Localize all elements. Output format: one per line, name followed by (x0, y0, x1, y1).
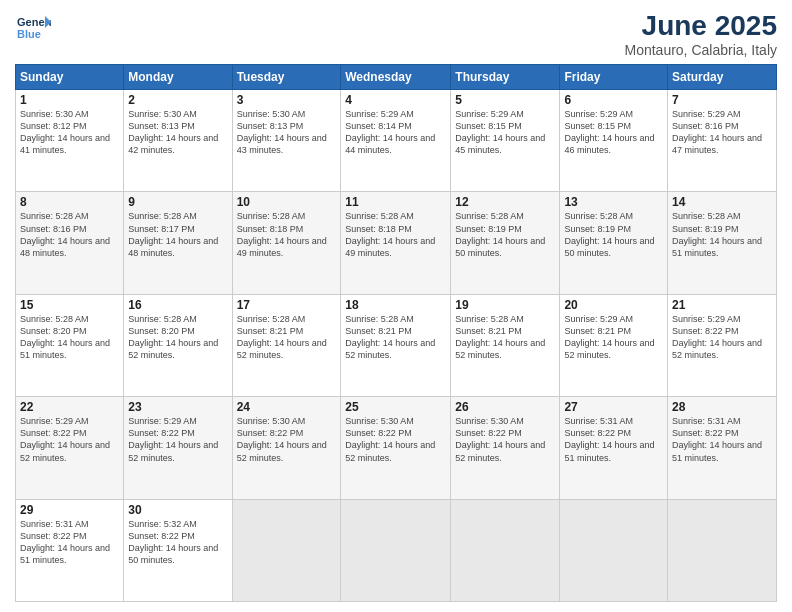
th-tuesday: Tuesday (232, 65, 341, 90)
day-info: Sunrise: 5:29 AMSunset: 8:15 PMDaylight:… (455, 109, 545, 155)
day-info: Sunrise: 5:28 AMSunset: 8:19 PMDaylight:… (672, 211, 762, 257)
day-number: 25 (345, 400, 446, 414)
th-saturday: Saturday (668, 65, 777, 90)
table-row: 22 Sunrise: 5:29 AMSunset: 8:22 PMDaylig… (16, 397, 124, 499)
day-number: 8 (20, 195, 119, 209)
day-info: Sunrise: 5:28 AMSunset: 8:21 PMDaylight:… (237, 314, 327, 360)
day-number: 17 (237, 298, 337, 312)
table-row: 25 Sunrise: 5:30 AMSunset: 8:22 PMDaylig… (341, 397, 451, 499)
day-info: Sunrise: 5:30 AMSunset: 8:22 PMDaylight:… (455, 416, 545, 462)
day-number: 18 (345, 298, 446, 312)
day-info: Sunrise: 5:29 AMSunset: 8:22 PMDaylight:… (128, 416, 218, 462)
table-row: 14 Sunrise: 5:28 AMSunset: 8:19 PMDaylig… (668, 192, 777, 294)
table-row: 29 Sunrise: 5:31 AMSunset: 8:22 PMDaylig… (16, 499, 124, 601)
day-info: Sunrise: 5:28 AMSunset: 8:20 PMDaylight:… (20, 314, 110, 360)
day-number: 30 (128, 503, 227, 517)
empty-cell (232, 499, 341, 601)
day-number: 14 (672, 195, 772, 209)
empty-cell (668, 499, 777, 601)
day-number: 22 (20, 400, 119, 414)
table-row: 4 Sunrise: 5:29 AMSunset: 8:14 PMDayligh… (341, 90, 451, 192)
day-number: 1 (20, 93, 119, 107)
table-row: 19 Sunrise: 5:28 AMSunset: 8:21 PMDaylig… (451, 294, 560, 396)
table-row: 15 Sunrise: 5:28 AMSunset: 8:20 PMDaylig… (16, 294, 124, 396)
table-row: 1 Sunrise: 5:30 AMSunset: 8:12 PMDayligh… (16, 90, 124, 192)
day-number: 29 (20, 503, 119, 517)
day-number: 6 (564, 93, 663, 107)
calendar-table: Sunday Monday Tuesday Wednesday Thursday… (15, 64, 777, 602)
day-number: 16 (128, 298, 227, 312)
day-number: 15 (20, 298, 119, 312)
th-wednesday: Wednesday (341, 65, 451, 90)
header-row: Sunday Monday Tuesday Wednesday Thursday… (16, 65, 777, 90)
calendar-title: June 2025 (624, 10, 777, 42)
day-info: Sunrise: 5:28 AMSunset: 8:17 PMDaylight:… (128, 211, 218, 257)
day-info: Sunrise: 5:31 AMSunset: 8:22 PMDaylight:… (20, 519, 110, 565)
day-number: 23 (128, 400, 227, 414)
svg-text:Blue: Blue (17, 28, 41, 40)
table-row: 18 Sunrise: 5:28 AMSunset: 8:21 PMDaylig… (341, 294, 451, 396)
logo: General Blue (15, 10, 51, 50)
day-number: 13 (564, 195, 663, 209)
day-info: Sunrise: 5:32 AMSunset: 8:22 PMDaylight:… (128, 519, 218, 565)
day-number: 4 (345, 93, 446, 107)
day-number: 7 (672, 93, 772, 107)
table-row: 26 Sunrise: 5:30 AMSunset: 8:22 PMDaylig… (451, 397, 560, 499)
day-info: Sunrise: 5:28 AMSunset: 8:19 PMDaylight:… (564, 211, 654, 257)
day-number: 21 (672, 298, 772, 312)
calendar-subtitle: Montauro, Calabria, Italy (624, 42, 777, 58)
table-row: 17 Sunrise: 5:28 AMSunset: 8:21 PMDaylig… (232, 294, 341, 396)
day-number: 10 (237, 195, 337, 209)
th-friday: Friday (560, 65, 668, 90)
title-block: June 2025 Montauro, Calabria, Italy (624, 10, 777, 58)
table-row: 3 Sunrise: 5:30 AMSunset: 8:13 PMDayligh… (232, 90, 341, 192)
day-info: Sunrise: 5:28 AMSunset: 8:19 PMDaylight:… (455, 211, 545, 257)
table-row: 27 Sunrise: 5:31 AMSunset: 8:22 PMDaylig… (560, 397, 668, 499)
th-thursday: Thursday (451, 65, 560, 90)
table-row: 16 Sunrise: 5:28 AMSunset: 8:20 PMDaylig… (124, 294, 232, 396)
day-number: 5 (455, 93, 555, 107)
table-row: 11 Sunrise: 5:28 AMSunset: 8:18 PMDaylig… (341, 192, 451, 294)
day-number: 27 (564, 400, 663, 414)
table-row: 8 Sunrise: 5:28 AMSunset: 8:16 PMDayligh… (16, 192, 124, 294)
table-row: 10 Sunrise: 5:28 AMSunset: 8:18 PMDaylig… (232, 192, 341, 294)
table-row: 23 Sunrise: 5:29 AMSunset: 8:22 PMDaylig… (124, 397, 232, 499)
day-info: Sunrise: 5:28 AMSunset: 8:18 PMDaylight:… (345, 211, 435, 257)
day-info: Sunrise: 5:30 AMSunset: 8:22 PMDaylight:… (345, 416, 435, 462)
table-row: 30 Sunrise: 5:32 AMSunset: 8:22 PMDaylig… (124, 499, 232, 601)
table-row: 13 Sunrise: 5:28 AMSunset: 8:19 PMDaylig… (560, 192, 668, 294)
day-info: Sunrise: 5:28 AMSunset: 8:18 PMDaylight:… (237, 211, 327, 257)
day-info: Sunrise: 5:28 AMSunset: 8:21 PMDaylight:… (345, 314, 435, 360)
day-info: Sunrise: 5:30 AMSunset: 8:13 PMDaylight:… (128, 109, 218, 155)
table-row: 28 Sunrise: 5:31 AMSunset: 8:22 PMDaylig… (668, 397, 777, 499)
day-info: Sunrise: 5:28 AMSunset: 8:16 PMDaylight:… (20, 211, 110, 257)
day-number: 2 (128, 93, 227, 107)
table-row: 12 Sunrise: 5:28 AMSunset: 8:19 PMDaylig… (451, 192, 560, 294)
table-row: 2 Sunrise: 5:30 AMSunset: 8:13 PMDayligh… (124, 90, 232, 192)
table-row: 21 Sunrise: 5:29 AMSunset: 8:22 PMDaylig… (668, 294, 777, 396)
table-row: 20 Sunrise: 5:29 AMSunset: 8:21 PMDaylig… (560, 294, 668, 396)
empty-cell (560, 499, 668, 601)
th-sunday: Sunday (16, 65, 124, 90)
day-info: Sunrise: 5:29 AMSunset: 8:15 PMDaylight:… (564, 109, 654, 155)
day-number: 20 (564, 298, 663, 312)
table-row: 7 Sunrise: 5:29 AMSunset: 8:16 PMDayligh… (668, 90, 777, 192)
table-row: 5 Sunrise: 5:29 AMSunset: 8:15 PMDayligh… (451, 90, 560, 192)
day-info: Sunrise: 5:29 AMSunset: 8:16 PMDaylight:… (672, 109, 762, 155)
day-info: Sunrise: 5:29 AMSunset: 8:21 PMDaylight:… (564, 314, 654, 360)
day-number: 24 (237, 400, 337, 414)
day-info: Sunrise: 5:29 AMSunset: 8:14 PMDaylight:… (345, 109, 435, 155)
table-row: 6 Sunrise: 5:29 AMSunset: 8:15 PMDayligh… (560, 90, 668, 192)
logo-icon: General Blue (15, 10, 51, 46)
empty-cell (451, 499, 560, 601)
day-info: Sunrise: 5:30 AMSunset: 8:13 PMDaylight:… (237, 109, 327, 155)
day-number: 9 (128, 195, 227, 209)
th-monday: Monday (124, 65, 232, 90)
table-row: 24 Sunrise: 5:30 AMSunset: 8:22 PMDaylig… (232, 397, 341, 499)
day-info: Sunrise: 5:28 AMSunset: 8:21 PMDaylight:… (455, 314, 545, 360)
day-number: 26 (455, 400, 555, 414)
day-number: 28 (672, 400, 772, 414)
table-row: 9 Sunrise: 5:28 AMSunset: 8:17 PMDayligh… (124, 192, 232, 294)
day-info: Sunrise: 5:28 AMSunset: 8:20 PMDaylight:… (128, 314, 218, 360)
day-info: Sunrise: 5:30 AMSunset: 8:22 PMDaylight:… (237, 416, 327, 462)
